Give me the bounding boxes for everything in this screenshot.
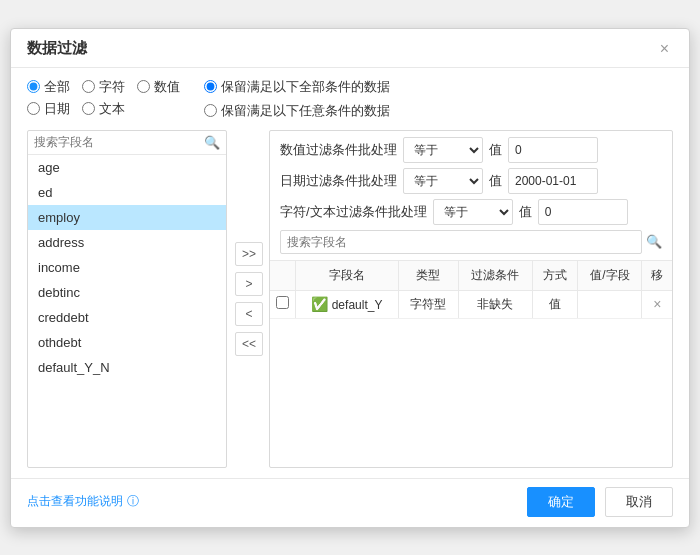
date-batch-label: 日期过滤条件批处理 (280, 172, 397, 190)
text-batch-select[interactable]: 等于 不等于 (433, 199, 513, 225)
col-field-name: 字段名 (296, 261, 399, 291)
move-right-button[interactable]: > (235, 272, 263, 296)
field-item-income[interactable]: income (28, 255, 226, 280)
radio-text[interactable]: 文本 (82, 100, 125, 118)
date-value-label: 值 (489, 172, 502, 190)
num-value-label: 值 (489, 141, 502, 159)
date-batch-row: 日期过滤条件批处理 等于 不等于 值 (280, 168, 662, 194)
num-batch-select[interactable]: 等于 不等于 大于 小于 (403, 137, 483, 163)
preserve-any[interactable]: 保留满足以下任意条件的数据 (204, 102, 390, 120)
col-filter: 过滤条件 (458, 261, 533, 291)
radio-date[interactable]: 日期 (27, 100, 70, 118)
delete-row-button[interactable]: × (653, 296, 661, 312)
field-item-age[interactable]: age (28, 155, 226, 180)
field-item-creddebt[interactable]: creddebt (28, 305, 226, 330)
left-panel: 🔍 age ed employ address income debtinc c… (27, 130, 227, 468)
top-options: 全部 字符 数值 日期 文本 (27, 78, 673, 120)
row-check-cell (270, 290, 296, 318)
col-method: 方式 (533, 261, 578, 291)
text-value-input[interactable] (538, 199, 628, 225)
col-value-field: 值/字段 (578, 261, 642, 291)
date-value-input[interactable] (508, 168, 598, 194)
field-item-default_y_n[interactable]: default_Y_N (28, 355, 226, 380)
field-item-othdebt[interactable]: othdebt (28, 330, 226, 355)
filter-table: 字段名 类型 过滤条件 方式 值/字段 移 (270, 261, 672, 319)
row-type-cell: 字符型 (398, 290, 458, 318)
left-search-input[interactable] (34, 135, 200, 149)
num-batch-label: 数值过滤条件批处理 (280, 141, 397, 159)
text-batch-label: 字符/文本过滤条件批处理 (280, 203, 427, 221)
row-method-cell: 值 (533, 290, 578, 318)
row-status-cell: ✅ default_Y (296, 290, 399, 318)
dialog-header: 数据过滤 × (11, 29, 689, 68)
row-value-cell (578, 290, 642, 318)
move-left-button[interactable]: < (235, 302, 263, 326)
status-icon: ✅ (311, 296, 328, 312)
table-header-row: 字段名 类型 过滤条件 方式 值/字段 移 (270, 261, 672, 291)
field-item-address[interactable]: address (28, 230, 226, 255)
close-button[interactable]: × (656, 39, 673, 59)
num-batch-row: 数值过滤条件批处理 等于 不等于 大于 小于 值 (280, 137, 662, 163)
radio-char[interactable]: 字符 (82, 78, 125, 96)
batch-settings: 数值过滤条件批处理 等于 不等于 大于 小于 值 日期过滤条件批处理 (270, 131, 672, 261)
text-value-label: 值 (519, 203, 532, 221)
search-icon: 🔍 (204, 135, 220, 150)
num-value-input[interactable] (508, 137, 598, 163)
right-search-input[interactable] (280, 230, 642, 254)
row-filter-cell: 非缺失 (458, 290, 533, 318)
help-link[interactable]: 点击查看功能说明 ⓘ (27, 493, 139, 510)
row-checkbox[interactable] (276, 296, 289, 309)
date-batch-select[interactable]: 等于 不等于 (403, 168, 483, 194)
radio-num[interactable]: 数值 (137, 78, 180, 96)
main-content: 🔍 age ed employ address income debtinc c… (27, 130, 673, 468)
help-icon: ⓘ (127, 493, 139, 510)
dialog-body: 全部 字符 数值 日期 文本 (11, 68, 689, 478)
col-type: 类型 (398, 261, 458, 291)
move-all-left-button[interactable]: << (235, 332, 263, 356)
field-item-employ[interactable]: employ (28, 205, 226, 230)
text-batch-row: 字符/文本过滤条件批处理 等于 不等于 值 (280, 199, 662, 225)
field-item-debtinc[interactable]: debtinc (28, 280, 226, 305)
dialog-footer: 点击查看功能说明 ⓘ 确定 取消 (11, 478, 689, 527)
preserve-options: 保留满足以下全部条件的数据 保留满足以下任意条件的数据 (204, 78, 390, 120)
cancel-button[interactable]: 取消 (605, 487, 673, 517)
left-search-box: 🔍 (28, 131, 226, 155)
data-filter-dialog: 数据过滤 × 全部 字符 数值 (10, 28, 690, 528)
table-row: ✅ default_Y 字符型 非缺失 值 × (270, 290, 672, 318)
arrow-buttons: >> > < << (229, 130, 269, 468)
right-search-box: 🔍 (280, 230, 662, 254)
row-delete-cell: × (642, 290, 672, 318)
type-radio-group: 全部 字符 数值 日期 文本 (27, 78, 180, 118)
confirm-button[interactable]: 确定 (527, 487, 595, 517)
dialog-title: 数据过滤 (27, 39, 87, 58)
col-check (270, 261, 296, 291)
filter-table-container: 字段名 类型 过滤条件 方式 值/字段 移 (270, 261, 672, 467)
preserve-all[interactable]: 保留满足以下全部条件的数据 (204, 78, 390, 96)
right-search-icon: 🔍 (646, 234, 662, 249)
right-panel: 数值过滤条件批处理 等于 不等于 大于 小于 值 日期过滤条件批处理 (269, 130, 673, 468)
field-list: age ed employ address income debtinc cre… (28, 155, 226, 467)
radio-all[interactable]: 全部 (27, 78, 70, 96)
move-all-right-button[interactable]: >> (235, 242, 263, 266)
col-move: 移 (642, 261, 672, 291)
field-item-ed[interactable]: ed (28, 180, 226, 205)
